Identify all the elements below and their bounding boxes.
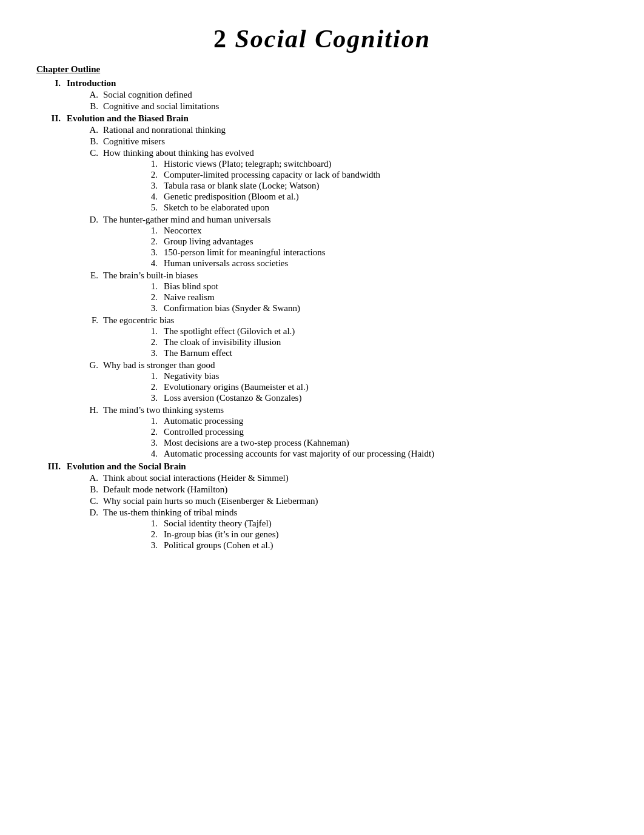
subsection-letter: B. (67, 136, 103, 147)
subsection-letter: C. (67, 148, 103, 213)
outline-item: 1.The spotlight effect (Gilovich et al.) (103, 326, 608, 337)
item-text: Automatic processing accounts for vast m… (164, 449, 608, 459)
outline-subsection: C.How thinking about thinking has evolve… (67, 148, 608, 213)
outline-subsection: A.Social cognition defined (67, 90, 608, 100)
chapter-outline-label: Chapter Outline (36, 64, 608, 75)
item-number: 1. (103, 518, 164, 529)
subsection-letter: E. (67, 270, 103, 314)
section-roman-num: II. (36, 113, 67, 460)
subsection-text: Cognitive and social limitations (103, 101, 608, 112)
outline-item: 4.Human universals across societies (103, 258, 608, 269)
item-number: 4. (103, 449, 164, 459)
subsection-text: The us-them thinking of tribal minds (103, 508, 608, 518)
section-roman-num: III. (36, 461, 67, 552)
subsection-text: The egocentric bias (103, 315, 608, 326)
outline-item: 3.Most decisions are a two-step process … (103, 438, 608, 448)
section-roman-num: I. (36, 78, 67, 112)
subsection-text: Rational and nonrational thinking (103, 125, 608, 135)
item-text: Bias blind spot (164, 281, 608, 292)
item-number: 2. (103, 170, 164, 180)
chapter-number: 2 (213, 25, 227, 53)
subsection-letter: H. (67, 405, 103, 460)
item-number: 2. (103, 427, 164, 437)
outline: I.IntroductionA.Social cognition defined… (36, 78, 608, 552)
item-text: In-group bias (it’s in our genes) (164, 529, 608, 540)
outline-item: 2.Naive realism (103, 292, 608, 303)
outline-subsection: B.Cognitive misers (67, 136, 608, 147)
outline-subsection: D.The us-them thinking of tribal minds1.… (67, 508, 608, 551)
outline-section: III.Evolution and the Social BrainA.Thin… (36, 461, 608, 552)
outline-item: 1.Negativity bias (103, 371, 608, 381)
outline-subsection: A.Rational and nonrational thinking (67, 125, 608, 135)
outline-item: 3.The Barnum effect (103, 348, 608, 358)
outline-item: 4.Automatic processing accounts for vast… (103, 449, 608, 459)
subsection-letter: G. (67, 360, 103, 404)
subsection-text: Cognitive misers (103, 136, 608, 147)
item-number: 4. (103, 192, 164, 202)
item-number: 2. (103, 382, 164, 392)
subsection-letter: C. (67, 496, 103, 506)
item-number: 3. (103, 181, 164, 191)
outline-subsection: F.The egocentric bias1.The spotlight eff… (67, 315, 608, 359)
item-number: 2. (103, 529, 164, 540)
item-text: Naive realism (164, 292, 608, 303)
outline-item: 3.Tabula rasa or blank slate (Locke; Wat… (103, 181, 608, 191)
outline-item: 3.Loss aversion (Costanzo & Gonzales) (103, 393, 608, 403)
item-text: Neocortex (164, 226, 608, 236)
subsection-letter: D. (67, 215, 103, 269)
outline-subsection: C.Why social pain hurts so much (Eisenbe… (67, 496, 608, 506)
outline-item: 2.Controlled processing (103, 427, 608, 437)
item-text: Loss aversion (Costanzo & Gonzales) (164, 393, 608, 403)
item-number: 2. (103, 236, 164, 247)
item-text: Confirmation bias (Snyder & Swann) (164, 303, 608, 314)
section-label: Evolution and the Biased Brain (67, 113, 608, 124)
outline-item: 1.Bias blind spot (103, 281, 608, 292)
item-text: Political groups (Cohen et al.) (164, 540, 608, 551)
subsection-text: Why social pain hurts so much (Eisenberg… (103, 496, 608, 506)
item-number: 1. (103, 281, 164, 292)
outline-item: 4.Genetic predisposition (Bloom et al.) (103, 192, 608, 202)
chapter-title: Social Cognition (235, 25, 431, 53)
outline-subsection: D.The hunter-gather mind and human unive… (67, 215, 608, 269)
subsection-letter: F. (67, 315, 103, 359)
item-number: 3. (103, 303, 164, 314)
subsection-letter: A. (67, 90, 103, 100)
item-number: 1. (103, 371, 164, 381)
item-text: The Barnum effect (164, 348, 608, 358)
outline-item: 2.In-group bias (it’s in our genes) (103, 529, 608, 540)
outline-subsection: H.The mind’s two thinking systems1.Autom… (67, 405, 608, 460)
outline-item: 1.Neocortex (103, 226, 608, 236)
item-number: 3. (103, 438, 164, 448)
item-text: Controlled processing (164, 427, 608, 437)
item-text: Historic views (Plato; telegraph; switch… (164, 159, 608, 169)
subsection-letter: A. (67, 125, 103, 135)
subsection-text: How thinking about thinking has evolved (103, 148, 608, 158)
item-number: 1. (103, 159, 164, 169)
item-text: Automatic processing (164, 416, 608, 426)
item-number: 3. (103, 393, 164, 403)
subsection-letter: B. (67, 485, 103, 495)
item-number: 1. (103, 226, 164, 236)
outline-item: 5.Sketch to be elaborated upon (103, 203, 608, 213)
item-text: Most decisions are a two-step process (K… (164, 438, 608, 448)
item-text: Evolutionary origins (Baumeister et al.) (164, 382, 608, 392)
item-text: Human universals across societies (164, 258, 608, 269)
item-text: Group living advantages (164, 236, 608, 247)
outline-subsection: G.Why bad is stronger than good1.Negativ… (67, 360, 608, 404)
item-text: 150-person limit for meaningful interact… (164, 247, 608, 258)
outline-subsection: E.The brain’s built-in biases1.Bias blin… (67, 270, 608, 314)
subsection-text: Why bad is stronger than good (103, 360, 608, 371)
item-text: Computer-limited processing capacity or … (164, 170, 608, 180)
outline-item: 1.Automatic processing (103, 416, 608, 426)
item-text: Tabula rasa or blank slate (Locke; Watso… (164, 181, 608, 191)
outline-item: 1.Social identity theory (Tajfel) (103, 518, 608, 529)
item-text: Negativity bias (164, 371, 608, 381)
item-number: 1. (103, 416, 164, 426)
subsection-text: The mind’s two thinking systems (103, 405, 608, 415)
subsection-letter: B. (67, 101, 103, 112)
item-number: 2. (103, 337, 164, 347)
item-number: 1. (103, 326, 164, 337)
subsection-letter: D. (67, 508, 103, 551)
outline-section: II.Evolution and the Biased BrainA.Ratio… (36, 113, 608, 460)
subsection-text: The hunter-gather mind and human univers… (103, 215, 608, 225)
